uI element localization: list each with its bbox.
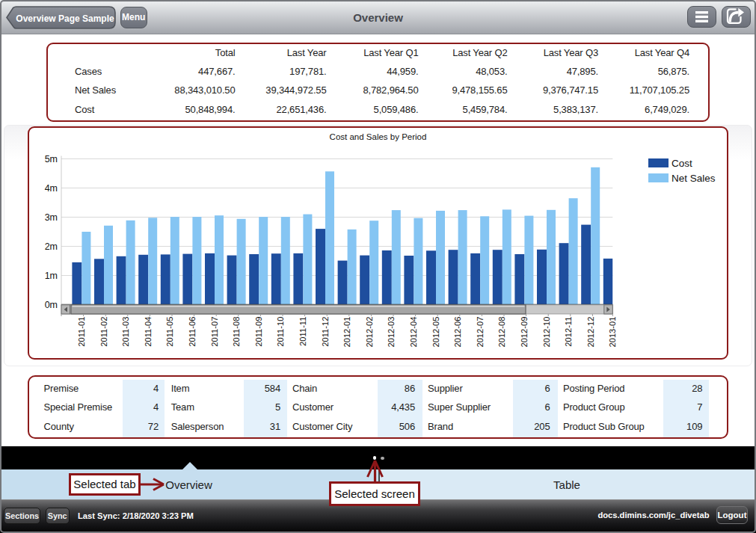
svg-text:2011-05: 2011-05 (165, 317, 174, 347)
svg-text:2011-01: 2011-01 (77, 317, 86, 347)
svg-text:0m: 0m (45, 300, 58, 310)
svg-text:2011-03: 2011-03 (121, 317, 130, 347)
svg-text:2011-12: 2011-12 (321, 317, 330, 347)
svg-text:2011-02: 2011-02 (99, 317, 108, 347)
svg-text:2012-08: 2012-08 (497, 317, 506, 348)
svg-text:2012-05: 2012-05 (431, 317, 440, 348)
svg-text:2012-02: 2012-02 (365, 317, 374, 348)
svg-text:4m: 4m (45, 183, 58, 194)
svg-text:3m: 3m (45, 212, 58, 223)
svg-text:2012-04: 2012-04 (409, 317, 418, 348)
svg-text:2m: 2m (45, 241, 58, 252)
svg-text:2012-12: 2012-12 (586, 317, 595, 348)
svg-text:2011-06: 2011-06 (188, 317, 197, 347)
svg-text:2013-01: 2013-01 (608, 317, 617, 348)
svg-text:2011-10: 2011-10 (276, 317, 285, 347)
svg-text:2011-08: 2011-08 (232, 317, 241, 347)
svg-text:1m: 1m (45, 271, 58, 281)
svg-text:5m: 5m (45, 154, 58, 164)
svg-text:2011-11: 2011-11 (298, 317, 307, 346)
svg-text:2012-10: 2012-10 (542, 317, 551, 348)
svg-text:2012-09: 2012-09 (520, 317, 529, 348)
svg-text:2011-09: 2011-09 (254, 317, 263, 347)
svg-text:2012-03: 2012-03 (387, 317, 396, 348)
svg-text:2012-01: 2012-01 (342, 317, 351, 348)
svg-text:2011-04: 2011-04 (144, 317, 153, 347)
svg-text:2011-07: 2011-07 (210, 317, 219, 347)
svg-text:2012-11: 2012-11 (564, 317, 573, 347)
svg-text:2012-06: 2012-06 (453, 317, 462, 348)
svg-text:2012-07: 2012-07 (476, 317, 485, 348)
